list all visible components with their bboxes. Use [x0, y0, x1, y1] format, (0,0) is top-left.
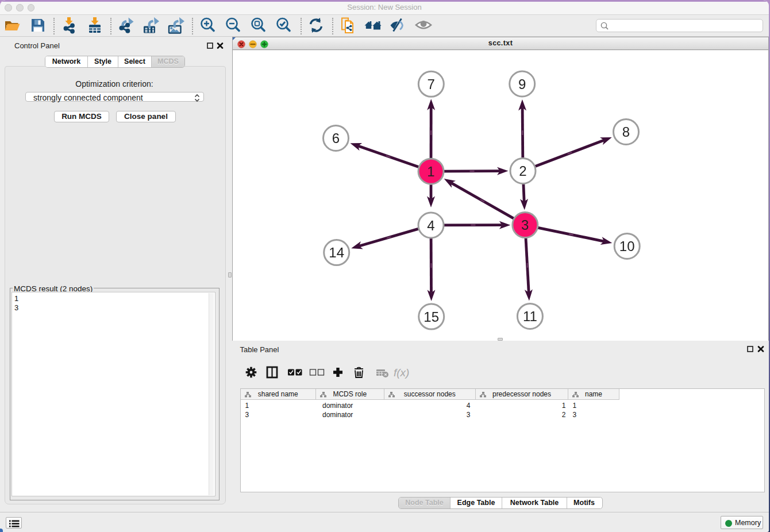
svg-text:3: 3	[521, 217, 529, 233]
svg-text:4: 4	[427, 218, 434, 233]
svg-text:9: 9	[518, 76, 526, 92]
svg-text:10: 10	[619, 238, 635, 254]
svg-text:2: 2	[519, 163, 526, 179]
svg-text:6: 6	[332, 130, 340, 146]
svg-text:15: 15	[424, 309, 439, 325]
svg-text:f(x): f(x)	[394, 367, 409, 379]
svg-text:8: 8	[622, 124, 630, 140]
svg-text:14: 14	[329, 245, 344, 260]
svg-text:7: 7	[428, 76, 435, 92]
svg-text:1: 1	[427, 164, 434, 179]
svg-text:11: 11	[523, 309, 537, 324]
